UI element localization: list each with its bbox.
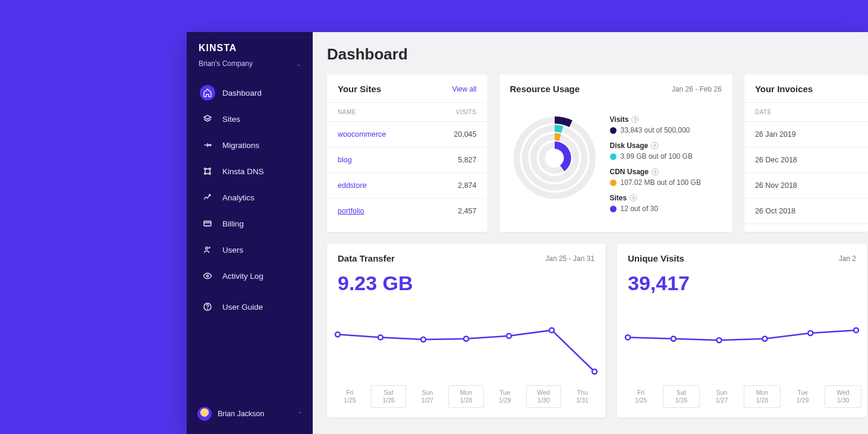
table-row[interactable]: blog 5,827 (327, 147, 488, 173)
axis-tick: Sat1/26 (663, 385, 700, 408)
sidebar-item-users[interactable]: Users (193, 237, 307, 263)
dns-icon (200, 163, 215, 179)
col-name: NAME (338, 109, 356, 115)
sites-table-header: NAME VISITS (327, 102, 488, 122)
svg-point-6 (206, 247, 208, 249)
card-title: Your Sites (338, 84, 381, 94)
table-row[interactable]: 26 Jan 2019 (744, 122, 868, 147)
svg-point-14 (335, 332, 340, 337)
info-icon[interactable]: ? (630, 194, 637, 202)
account-switcher[interactable]: Brian Jackson ⌃ (187, 401, 313, 427)
svg-point-17 (464, 336, 468, 341)
table-row[interactable]: 26 Nov 2018 (744, 173, 868, 199)
site-visits: 2,874 (458, 181, 476, 190)
info-icon[interactable]: ? (651, 142, 658, 149)
legend-sites-title: Sites (610, 194, 627, 202)
sidebar: KINSTA Brian's Company ⌄ Dashboard Sites (187, 32, 313, 434)
logo: KINSTA (199, 43, 301, 54)
cards-row-1: Your Sites View all NAME VISITS woocomme… (327, 74, 868, 232)
axis-tick: Sun1/27 (702, 385, 742, 408)
billing-icon (200, 216, 215, 231)
svg-point-20 (592, 369, 597, 374)
svg-point-15 (378, 335, 383, 339)
site-link[interactable]: blog (338, 156, 352, 164)
sidebar-nav: Dashboard Sites Migrations Kinsta DNS (187, 76, 313, 323)
site-visits: 2,457 (458, 207, 476, 215)
legend-cdn-value: 107.02 MB out of 100 GB (621, 178, 701, 187)
invoices-table-header: DATE (744, 102, 868, 122)
info-icon[interactable]: ? (652, 168, 659, 175)
sidebar-item-label: Analytics (222, 193, 254, 202)
card-title: Your Invoices (755, 84, 813, 94)
card-your-sites: Your Sites View all NAME VISITS woocomme… (327, 74, 488, 232)
site-link[interactable]: portfolio (338, 207, 364, 215)
table-row[interactable]: eddstore 2,874 (327, 173, 488, 199)
sidebar-item-label: Billing (222, 219, 244, 228)
legend-sites-value: 12 out of 30 (621, 205, 658, 213)
legend-visits-value: 33,843 out of 500,000 (621, 126, 690, 134)
axis-tick: Mon1/28 (744, 385, 781, 408)
table-row[interactable]: portfolio 2,457 (327, 199, 488, 231)
axis-tick: Tue1/29 (486, 385, 524, 408)
svg-point-19 (549, 328, 554, 332)
sidebar-item-label: Sites (222, 115, 240, 124)
sidebar-item-label: User Guide (222, 303, 263, 312)
sidebar-item-label: Kinsta DNS (222, 167, 264, 176)
card-title: Unique Visits (628, 253, 684, 263)
card-data-transfer: Data Transfer Jan 25 - Jan 31 9.23 GB Fr… (327, 244, 605, 417)
axis-tick: Fri1/25 (621, 385, 661, 408)
svg-point-25 (808, 331, 813, 335)
col-visits: VISITS (456, 109, 477, 115)
table-row[interactable]: 26 Oct 2018 (744, 199, 868, 224)
date-range: Jan 26 - Feb 26 (672, 85, 722, 93)
info-icon[interactable]: ? (631, 116, 639, 123)
data-transfer-metric: 9.23 GB (327, 272, 605, 298)
svg-point-22 (671, 336, 676, 341)
svg-point-2 (209, 168, 211, 170)
sidebar-item-dns[interactable]: Kinsta DNS (193, 158, 307, 184)
eye-icon (200, 268, 215, 284)
chevron-down-icon: ⌄ (296, 61, 301, 67)
sidebar-item-guide[interactable]: User Guide (193, 294, 307, 320)
svg-point-3 (205, 173, 206, 175)
brand-block: KINSTA (187, 43, 313, 57)
page-title: Dashboard (327, 45, 868, 64)
svg-point-0 (209, 144, 211, 146)
site-link[interactable]: eddstore (338, 181, 367, 190)
sidebar-item-label: Dashboard (222, 89, 262, 98)
axis-tick: Mon1/28 (448, 385, 483, 408)
card-title: Resource Usage (510, 84, 580, 94)
app-window: KINSTA Brian's Company ⌄ Dashboard Sites (187, 32, 868, 434)
avatar (197, 407, 212, 421)
company-selector[interactable]: Brian's Company ⌄ (187, 57, 313, 76)
resource-gauge (510, 105, 599, 206)
dot-icon (610, 153, 617, 160)
view-all-link[interactable]: View all (452, 85, 476, 93)
table-row[interactable]: 26 Dec 2018 (744, 147, 868, 173)
sidebar-item-billing[interactable]: Billing (193, 210, 307, 237)
axis-tick: Wed1/30 (526, 385, 561, 408)
sidebar-item-analytics[interactable]: Analytics (193, 184, 307, 210)
svg-point-16 (421, 337, 426, 342)
axis-tick: Wed1/30 (825, 385, 861, 408)
svg-point-1 (205, 168, 206, 170)
svg-point-9 (207, 309, 208, 309)
sidebar-item-dashboard[interactable]: Dashboard (193, 80, 307, 106)
site-visits: 20,045 (454, 130, 476, 139)
date-range: Jan 25 - Jan 31 (545, 254, 595, 263)
svg-point-23 (717, 338, 722, 342)
sidebar-item-migrations[interactable]: Migrations (193, 132, 307, 158)
dot-icon (610, 180, 617, 186)
svg-point-4 (209, 173, 211, 175)
svg-point-18 (507, 334, 511, 338)
sidebar-item-label: Users (222, 246, 243, 254)
cards-row-2: Data Transfer Jan 25 - Jan 31 9.23 GB Fr… (327, 244, 868, 417)
sidebar-item-activity[interactable]: Activity Log (193, 263, 307, 289)
sidebar-item-sites[interactable]: Sites (193, 106, 307, 132)
svg-rect-5 (204, 221, 211, 226)
svg-point-7 (206, 275, 208, 276)
site-link[interactable]: woocommerce (338, 130, 386, 139)
svg-point-26 (854, 328, 858, 332)
axis-tick: Sun1/27 (408, 385, 446, 408)
table-row[interactable]: woocommerce 20,045 (327, 122, 488, 147)
